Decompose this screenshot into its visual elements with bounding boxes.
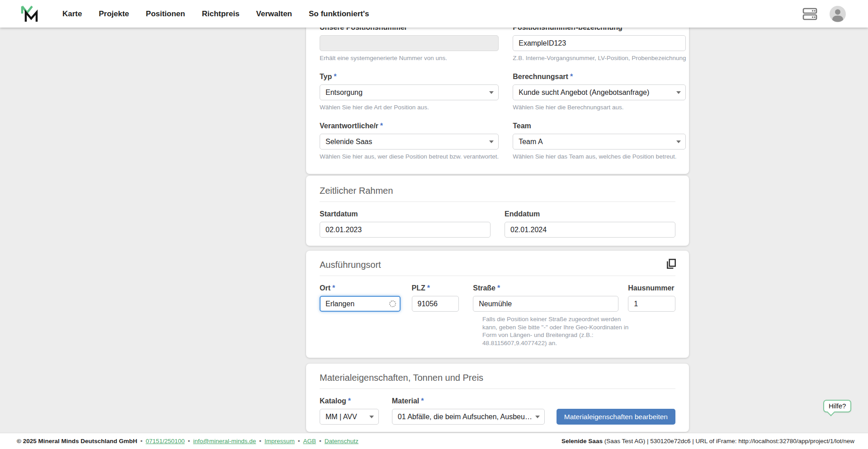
main-nav: Karte Projekte Positionen Richtpreis Ver… (62, 0, 369, 28)
chevron-down-icon (489, 91, 494, 94)
card-location: Ausführungsort Ort* PLZ* Straße* Hausnum… (306, 251, 689, 358)
field-material: Material* 01 Abfälle, die beim Aufsuchen… (392, 397, 545, 425)
location-title: Ausführungsort (320, 260, 675, 270)
hausnummer-label: Hausnummer (628, 284, 675, 292)
required-asterisk: * (348, 397, 351, 405)
material-label: Material* (392, 397, 545, 405)
card-timeframe: Zeitlicher Rahmen Startdatum Enddatum (306, 176, 689, 246)
card-material: Materialeigenschaften, Tonnen und Preis … (306, 364, 689, 432)
nav-karte[interactable]: Karte (62, 9, 82, 19)
copyright-text: © 2025 Mineral Minds Deutschland GmbH (17, 438, 137, 444)
user-avatar[interactable] (829, 5, 846, 23)
chevron-down-icon (489, 140, 494, 143)
app-root: Unsere Positionsnummer Erhält eine syste… (0, 0, 868, 449)
server-icon[interactable] (802, 7, 817, 21)
hausnummer-input[interactable] (628, 296, 675, 312)
field-our-position-number: Unsere Positionsnummer Erhält eine syste… (320, 23, 499, 62)
material-title: Materialeigenschaften, Tonnen und Preis (320, 373, 675, 383)
required-asterisk: * (497, 284, 500, 292)
edit-material-properties-button[interactable]: Materialeigenschaften bearbeiten (557, 409, 675, 425)
strasse-label: Straße* (473, 284, 618, 292)
field-startdatum: Startdatum (320, 210, 491, 238)
chevron-down-icon (676, 91, 681, 94)
material-select[interactable]: 01 Abfälle, die beim Aufsuchen, Ausbeute… (392, 409, 545, 425)
field-verantwortliche: Verantwortliche/r* Selenide Saas Wählen … (320, 122, 499, 160)
field-position-number: Positionsnummer/-bezeichnung Z.B. Intern… (513, 23, 686, 62)
enddatum-label: Enddatum (505, 210, 675, 218)
required-asterisk: * (380, 122, 383, 130)
loading-spinner-icon (389, 300, 396, 307)
verantwortliche-helper: Wählen Sie hier aus, wer diese Position … (320, 153, 499, 160)
footer-link-email[interactable]: info@mineral-minds.de (193, 438, 256, 444)
chevron-down-icon (676, 140, 681, 143)
field-typ: Typ* Entsorgung Wählen Sie hier die Art … (320, 73, 499, 111)
footer-link-agb[interactable]: AGB (303, 438, 316, 444)
katalog-select[interactable]: MM | AVV (320, 409, 379, 425)
plz-label: PLZ* (412, 284, 459, 292)
help-bubble-tail (827, 409, 835, 416)
field-ort: Ort* (320, 284, 401, 312)
divider (320, 388, 675, 389)
verantwortliche-label: Verantwortliche/r* (320, 122, 499, 130)
startdatum-label: Startdatum (320, 210, 491, 218)
katalog-label: Katalog* (320, 397, 379, 405)
our-position-number-input (320, 35, 499, 51)
field-plz: PLZ* (412, 284, 459, 312)
field-team: Team Team A Wählen Sie hier das Team aus… (513, 122, 686, 160)
field-enddatum: Enddatum (505, 210, 675, 238)
mineral-minds-logo[interactable] (20, 5, 39, 23)
chevron-down-icon (535, 416, 540, 418)
footer-left: © 2025 Mineral Minds Deutschland GmbH • … (17, 438, 359, 444)
plz-input[interactable] (412, 296, 459, 312)
card-position-basics: Unsere Positionsnummer Erhält eine syste… (306, 10, 689, 174)
nav-projekte[interactable]: Projekte (99, 9, 129, 19)
field-strasse: Straße* (473, 284, 618, 312)
nav-verwalten[interactable]: Verwalten (256, 9, 292, 19)
field-hausnummer: Hausnummer (628, 284, 675, 312)
timeframe-title: Zeitlicher Rahmen (320, 186, 675, 196)
enddatum-input[interactable] (505, 222, 675, 238)
field-katalog: Katalog* MM | AVV (320, 397, 379, 425)
verantwortliche-select[interactable]: Selenide Saas (320, 134, 499, 150)
footer-link-impressum[interactable]: Impressum (264, 438, 295, 444)
nav-richtpreis[interactable]: Richtpreis (202, 9, 239, 19)
required-asterisk: * (427, 284, 430, 292)
footer-session-info: Selenide Saas (Saas Test AG) | 530120e72… (561, 438, 854, 444)
nav-so-funktionierts[interactable]: So funktioniert's (309, 9, 369, 19)
required-asterisk: * (334, 73, 336, 80)
our-position-number-helper: Erhält eine systemgenerierte Nummer von … (320, 54, 499, 62)
strasse-input[interactable] (473, 296, 618, 312)
divider (320, 276, 675, 276)
typ-helper: Wählen Sie hier die Art der Position aus… (320, 103, 499, 111)
strasse-helper: Falls die Position keiner Straße zugeord… (482, 315, 632, 347)
berechnungsart-helper: Wählen Sie hier die Berechnungsart aus. (513, 103, 686, 111)
help-bubble[interactable]: Hilfe? (823, 400, 851, 412)
team-select[interactable]: Team A (513, 134, 686, 150)
berechnungsart-label: Berechnungsart* (513, 73, 686, 81)
ort-label: Ort* (320, 284, 401, 292)
footer-link-datenschutz[interactable]: Datenschutz (325, 438, 359, 444)
team-helper: Wählen Sie hier das Team aus, welches di… (513, 153, 686, 160)
required-asterisk: * (332, 284, 335, 292)
footer-link-phone[interactable]: 07151/250100 (146, 438, 184, 444)
divider (320, 201, 675, 202)
position-number-input[interactable] (513, 35, 686, 51)
field-berechnungsart: Berechnungsart* Kunde sucht Angebot (Ang… (513, 73, 686, 111)
team-label: Team (513, 122, 686, 130)
top-navigation-bar: Karte Projekte Positionen Richtpreis Ver… (0, 0, 868, 28)
typ-select[interactable]: Entsorgung (320, 84, 499, 100)
required-asterisk: * (570, 73, 573, 80)
footer-bar: © 2025 Mineral Minds Deutschland GmbH • … (0, 433, 868, 449)
nav-positionen[interactable]: Positionen (146, 9, 185, 19)
position-number-helper: Z.B. Interne-Vorgangsnummer, LV-Position… (513, 54, 686, 62)
startdatum-input[interactable] (320, 222, 491, 238)
typ-label: Typ* (320, 73, 499, 81)
chevron-down-icon (369, 416, 374, 418)
ort-input[interactable] (320, 296, 401, 312)
copy-icon[interactable] (665, 258, 677, 270)
berechnungsart-select[interactable]: Kunde sucht Angebot (Angebotsanfrage) (513, 84, 686, 100)
required-asterisk: * (421, 397, 424, 405)
